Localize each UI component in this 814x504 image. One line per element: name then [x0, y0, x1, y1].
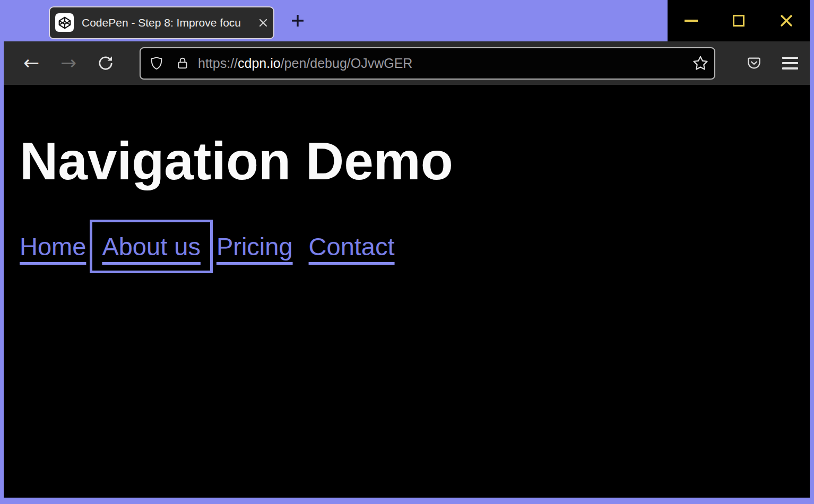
navigation-toolbar: ← → https://cdpn.io/pen/debug/OJ [4, 41, 810, 85]
page-content: Navigation Demo Home About us Pricing Co… [4, 85, 810, 498]
nav-link-pricing[interactable]: Pricing [217, 232, 293, 261]
close-button[interactable] [776, 8, 797, 33]
pocket-icon [746, 55, 762, 71]
url-domain: cdpn.io [238, 56, 281, 71]
page-title: Navigation Demo [20, 132, 810, 191]
minimize-button[interactable] [680, 8, 702, 33]
star-icon [692, 55, 709, 72]
tab-close-icon[interactable] [258, 18, 268, 28]
tab-bar: CodePen - Step 8: Improve focu [0, 0, 814, 41]
minimize-icon [685, 20, 698, 22]
new-tab-button[interactable] [289, 12, 306, 29]
close-icon [778, 13, 794, 29]
nav-link-home[interactable]: Home [20, 232, 86, 261]
back-button[interactable]: ← [20, 49, 43, 77]
maximize-icon [733, 15, 744, 27]
pocket-button[interactable] [746, 55, 762, 71]
lock-icon [176, 56, 189, 70]
browser-tab[interactable]: CodePen - Step 8: Improve focu [49, 6, 274, 39]
forward-button[interactable]: → [57, 49, 80, 77]
reload-button[interactable] [94, 49, 117, 77]
url-path: /pen/debug/OJvwGER [281, 56, 413, 71]
nav-link-contact[interactable]: Contact [309, 232, 395, 261]
codepen-favicon-icon [55, 13, 74, 32]
url-text: https://cdpn.io/pen/debug/OJvwGER [198, 56, 412, 71]
nav-link-about-us[interactable]: About us [102, 232, 201, 261]
back-icon: ← [23, 54, 39, 73]
forward-icon: → [60, 54, 76, 73]
url-scheme: https:// [198, 56, 238, 71]
hamburger-icon [782, 57, 798, 69]
main-nav: Home About us Pricing Contact [20, 232, 810, 261]
tab-title: CodePen - Step 8: Improve focu [82, 16, 258, 29]
browser-window: CodePen - Step 8: Improve focu [0, 0, 814, 504]
tracking-shield-icon [149, 56, 164, 71]
maximize-button[interactable] [728, 8, 749, 33]
app-menu-button[interactable] [782, 57, 798, 69]
reload-icon [97, 55, 114, 72]
bookmark-star-button[interactable] [692, 55, 709, 72]
url-bar[interactable]: https://cdpn.io/pen/debug/OJvwGER [140, 47, 715, 80]
window-controls [668, 0, 810, 41]
